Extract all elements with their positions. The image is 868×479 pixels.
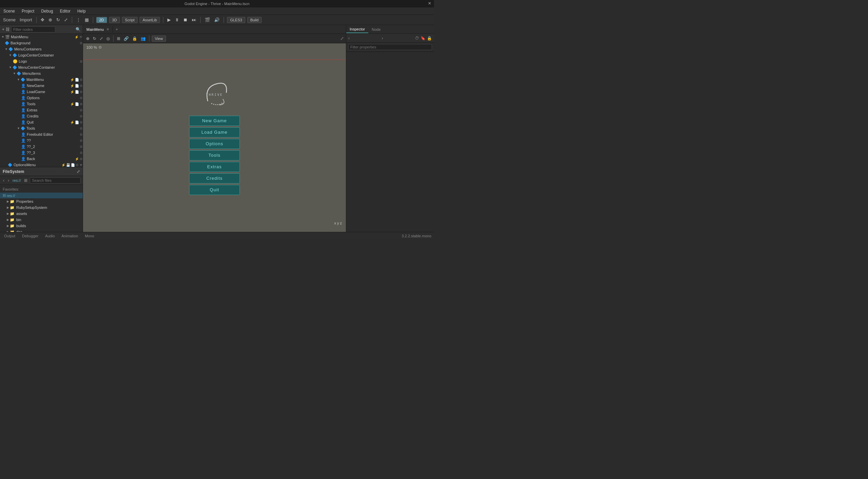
- fs-grid-btn[interactable]: ⊞: [23, 178, 28, 183]
- tree-item-tools[interactable]: 👤 Tools ⚡ 📄 ⚙: [0, 101, 83, 107]
- assetlib-button[interactable]: AssetLib: [140, 17, 160, 23]
- mode-3d-button[interactable]: 3D: [109, 17, 120, 23]
- tree-item-mainmenu[interactable]: ▼ 🎬 MainMenu ⚡ 👁: [0, 34, 83, 40]
- tree-item-settings-icon[interactable]: ⚙: [80, 41, 83, 45]
- game-btn-quit[interactable]: Quit: [189, 185, 240, 195]
- tree-item-newgame-settings[interactable]: ⚙: [80, 84, 83, 88]
- fs-item-builds[interactable]: ▶ 📁 builds: [0, 223, 83, 229]
- fs-search-icon[interactable]: 🔍: [82, 178, 83, 183]
- menu-debug[interactable]: Debug: [40, 8, 54, 14]
- bottom-tab-output[interactable]: Output: [3, 233, 17, 239]
- viewport-tab-mainmenu[interactable]: MainMenu ✕: [83, 26, 113, 33]
- vp-scale-icon[interactable]: ⤢: [99, 36, 104, 42]
- tree-item-opts-settings[interactable]: ⚙: [76, 163, 79, 167]
- vp-fullscreen-icon[interactable]: ⤢: [340, 36, 344, 41]
- bottom-tab-debugger[interactable]: Debugger: [21, 233, 40, 239]
- snap-tool[interactable]: ⋮: [75, 17, 82, 23]
- inspector-forward-btn[interactable]: ›: [382, 36, 383, 41]
- menu-scene[interactable]: Scene: [2, 8, 16, 14]
- vp-move-icon[interactable]: ⊕: [85, 36, 90, 42]
- tree-item-q1-settings[interactable]: ⚙: [80, 139, 83, 143]
- tree-item-credits[interactable]: 👤 Credits ⚙: [0, 113, 83, 119]
- grid-tool[interactable]: ▦: [84, 17, 90, 23]
- tree-item-newgame[interactable]: 👤 NewGame ⚡ 📄 ⚙: [0, 83, 83, 89]
- tree-item-options[interactable]: 👤 Options ⚙: [0, 95, 83, 101]
- scene-filter-input[interactable]: [11, 26, 55, 32]
- menu-help[interactable]: Help: [76, 8, 87, 14]
- game-btn-tools[interactable]: Tools: [189, 150, 240, 160]
- mode-2d-button[interactable]: 2D: [96, 17, 107, 23]
- tree-item-logocenter[interactable]: ▼ 🔷 LogoCenterContainer: [0, 52, 83, 58]
- run-button[interactable]: ▶: [166, 17, 172, 23]
- search-icon[interactable]: 🔍: [76, 27, 81, 32]
- tree-item-extras-settings[interactable]: ⚙: [80, 108, 83, 112]
- tree-item-q1[interactable]: 👤 ?? ⚙: [0, 137, 83, 144]
- script-button[interactable]: Script: [122, 17, 138, 23]
- tree-item-optionsmenu[interactable]: ▶ 🔷 OptionsMenu ⚡ 💾 📄 ⚙ ▼: [0, 162, 83, 167]
- fs-path[interactable]: res://: [12, 178, 22, 183]
- tree-item-tools-settings[interactable]: ⚙: [80, 102, 83, 106]
- vp-snap-icon[interactable]: 🔗: [123, 36, 130, 42]
- fs-item-doc[interactable]: ▶ 📁 doc: [0, 229, 83, 232]
- tree-item-tools-parent-settings[interactable]: ⚙: [80, 127, 83, 130]
- inspector-history-icon[interactable]: ⏱: [415, 36, 419, 41]
- gles3-button[interactable]: GLES3: [227, 17, 245, 23]
- tree-item-loadgame[interactable]: 👤 LoadGame ⚡ 📄 ⚙: [0, 89, 83, 95]
- bottom-tab-audio[interactable]: Audio: [44, 233, 56, 239]
- step-button[interactable]: ⏭: [191, 17, 197, 23]
- vp-pivot-icon[interactable]: ◎: [105, 36, 111, 42]
- tree-item-menuitems[interactable]: ▼ 🔷 MenuItems: [0, 70, 83, 77]
- vp-group-icon[interactable]: 👥: [140, 36, 147, 42]
- bottom-tab-animation[interactable]: Animation: [60, 233, 80, 239]
- pause-button[interactable]: ⏸: [174, 17, 180, 23]
- game-btn-newgame[interactable]: New Game: [189, 116, 240, 126]
- tree-item-opts-arrow[interactable]: ▼: [79, 163, 83, 167]
- fs-res-item[interactable]: ⊟ res://: [0, 193, 83, 198]
- inspector-back-btn[interactable]: ‹: [348, 36, 350, 41]
- inspector-lock-icon[interactable]: 🔒: [427, 36, 432, 41]
- game-btn-credits[interactable]: Credits: [189, 173, 240, 183]
- move-tool[interactable]: ⊕: [47, 17, 53, 23]
- tree-item-settings2-icon[interactable]: ⚙: [80, 60, 83, 63]
- tree-item-background[interactable]: 🔷 Background ⚙: [0, 40, 83, 46]
- zoom-reset-icon[interactable]: ⊙: [99, 45, 102, 49]
- tree-item-q2[interactable]: 👤 ??_2 ⚙: [0, 144, 83, 150]
- tree-item-menucenter[interactable]: ▼ 🔷 MenuCenterContainer: [0, 64, 83, 70]
- rotate-tool[interactable]: ↻: [55, 17, 61, 23]
- fs-item-assets[interactable]: ▶ 📁 assets: [0, 211, 83, 217]
- vp-grid-icon[interactable]: ⊞: [116, 36, 121, 42]
- tree-item-settings3-icon[interactable]: ⚙: [80, 78, 83, 82]
- tree-item-logo[interactable]: 🟡 Logo ⚙: [0, 58, 83, 64]
- add-node-icon[interactable]: +: [2, 27, 4, 32]
- view-button[interactable]: View: [152, 36, 166, 42]
- filesystem-expand-icon[interactable]: ⤢: [77, 169, 80, 174]
- movie-icon[interactable]: 🎬: [204, 17, 211, 23]
- tree-item-freebuild-settings[interactable]: ⚙: [80, 133, 83, 136]
- tree-item-credits-settings[interactable]: ⚙: [80, 114, 83, 118]
- tree-item-quit[interactable]: 👤 Quit ⚡ 📄 ⚙: [0, 119, 83, 125]
- tab-close-icon[interactable]: ✕: [106, 27, 109, 31]
- tab-add-button[interactable]: +: [113, 26, 121, 33]
- vp-rotate-icon[interactable]: ↻: [92, 36, 97, 42]
- fs-item-properties[interactable]: ▶ 📁 Properties: [0, 198, 83, 204]
- menu-project[interactable]: Project: [20, 8, 36, 14]
- scene-tab-scene[interactable]: Scene: [2, 17, 17, 23]
- fs-forward-btn[interactable]: ›: [7, 178, 10, 183]
- audio-icon[interactable]: 🔊: [213, 17, 221, 23]
- close-button[interactable]: ✕: [428, 1, 431, 6]
- tree-item-options-settings[interactable]: ⚙: [80, 96, 83, 100]
- tree-item-quit-settings[interactable]: ⚙: [80, 121, 83, 124]
- inspector-tab-inspector[interactable]: Inspector: [346, 26, 368, 33]
- game-btn-options[interactable]: Options: [189, 139, 240, 149]
- tree-item-loadgame-settings[interactable]: ⚙: [80, 90, 83, 94]
- game-btn-extras[interactable]: Extras: [189, 162, 240, 172]
- game-btn-loadgame[interactable]: Load Game: [189, 127, 240, 137]
- tree-item-eye-icon[interactable]: 👁: [79, 35, 83, 39]
- tree-item-back-settings[interactable]: ⚙: [80, 157, 83, 161]
- tree-item-tools-parent[interactable]: ▼ 🔷 Tools ⚙: [0, 125, 83, 131]
- bottom-tab-mono[interactable]: Mono: [83, 233, 96, 239]
- stop-button[interactable]: ⏹: [182, 17, 189, 23]
- build-button[interactable]: Build: [247, 17, 262, 23]
- vp-lock-icon[interactable]: 🔒: [131, 36, 138, 42]
- menu-editor[interactable]: Editor: [59, 8, 72, 14]
